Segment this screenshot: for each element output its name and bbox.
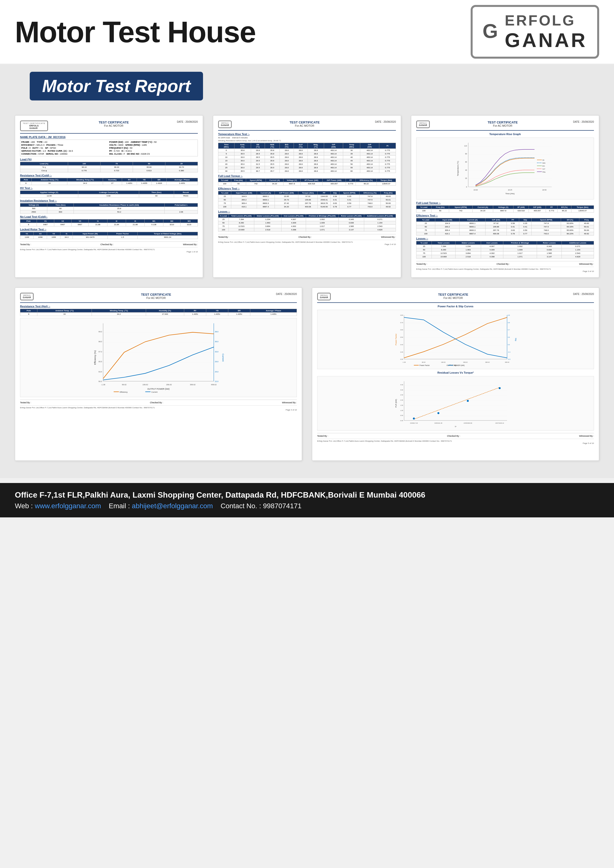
doc3-address: Erfolg Ganar Pvt. Ltd,Office F-7,1st,Pal… (416, 267, 594, 270)
doc1-header: TEST CERTIFICATE ERFOLG GANAR TEST CERTI… (20, 121, 198, 133)
doc1-load-table: Load (%) 100 75 50 25 % η 96.10 96.33 95… (20, 162, 198, 172)
doc5-residual-title: Residual Losses Vs Torque² (317, 371, 594, 374)
svg-text:26471829.16: 26471829.16 (496, 422, 504, 424)
svg-text:16:25: 16:25 (508, 189, 512, 191)
doc2-temprise-table: Time(Min) Amb.(°C) DE(°C) NDE(°C) B/G(°C… (218, 143, 396, 173)
doc3-cert-title: TEST CERTIFICATE (432, 121, 573, 124)
svg-text:-1.38: -1.38 (101, 383, 105, 386)
svg-point-126 (499, 387, 501, 389)
doc3-fullload-title: Full Load Torque :- (416, 202, 594, 205)
doc5-logo: ERFOLG GANAR (317, 293, 331, 301)
doc5-pf-chart: Power Factor Slip 0.30 0.35 0.40 0.50 (317, 310, 594, 369)
svg-text:0.30: 0.30 (400, 358, 403, 360)
svg-text:slip: slip (454, 364, 457, 366)
main-content: TEST CERTIFICATE ERFOLG GANAR TEST CERTI… (0, 108, 614, 478)
logo-erfolg: ERFOLG (505, 12, 587, 29)
svg-text:498.62: 498.62 (211, 383, 217, 386)
svg-text:1549617.03: 1549617.03 (410, 422, 418, 424)
svg-text:14545090.89: 14545090.89 (463, 422, 472, 424)
svg-text:0.35: 0.35 (400, 351, 403, 353)
doc-card-3: ERFOLG GANAR TEST CERTIFICATE For AC MOT… (411, 115, 599, 277)
doc4-footer: Tested By : Checked By : Witnessed By : (20, 400, 297, 404)
doc2-losses-table: % Load Total Losses (Pts,kW) Stator Loss… (218, 214, 396, 232)
doc1-logo: TEST CERTIFICATE ERFOLG GANAR (20, 121, 48, 131)
doc1-logo-erfolg: TEST CERTIFICATE (23, 122, 45, 124)
svg-text:0.8: 0.8 (508, 315, 510, 316)
doc-card-2: ERFOLG GANAR TEST CERTIFICATE For AC MOT… (213, 115, 401, 277)
svg-text:Temperature (°C): Temperature (°C) (457, 161, 459, 176)
doc5-header: ERFOLG GANAR TEST CERTIFICATE For AC MOT… (317, 293, 594, 303)
nameplate-freq: FREQUENCY (Hz) : 50 (109, 147, 197, 149)
doc2-checked-by: Checked By : (298, 236, 312, 238)
bottom-doc-grid: ERFOLG GANAR TEST CERTIFICATE For AC MOT… (15, 288, 599, 461)
doc2-header: ERFOLG GANAR TEST CERTIFICATE For AC MOT… (218, 121, 396, 131)
doc4-address: Erfolg Ganar Pvt. Ltd,Office F-7,1st,Pal… (20, 405, 297, 409)
svg-text:99.0: 99.0 (98, 330, 102, 333)
doc2-efficiency-table: % Load Input Power (kW) Current (A) O/P … (218, 191, 396, 209)
svg-text:80: 80 (465, 153, 467, 155)
doc5-page: Page 5 of 10 (317, 442, 594, 444)
doc4-cert-title: TEST CERTIFICATE (36, 293, 276, 296)
svg-text:196.62: 196.62 (441, 361, 445, 363)
footer-email-link[interactable]: abhijeet@erfolgganar.com (132, 502, 215, 510)
svg-text:16:00: 16:00 (473, 189, 477, 191)
logo-text: ERFOLG GANAR (505, 12, 587, 52)
doc1-nameplate: FRAME : 400 TYPE : AC POWER (kW) : 400 A… (20, 140, 198, 157)
doc1-hv-table: Applied Voltage (V) Leakage Current (A) … (20, 191, 198, 198)
svg-point-124 (437, 412, 440, 414)
doc1-resistance-cold-title: Resistance Test (Cold) :- (20, 174, 198, 177)
doc3-page: Page 3 of 10 (416, 270, 594, 273)
svg-text:0.60: 0.60 (400, 329, 403, 330)
doc2-page: Page 2 of 10 (218, 243, 396, 245)
svg-text:60: 60 (465, 161, 467, 163)
footer-web-url[interactable]: www.erfolgganar.com (35, 502, 103, 510)
doc5-witnessed-by: Witnessed By : (579, 435, 594, 437)
svg-text:Power Factor: Power Factor (420, 364, 430, 366)
svg-text:98.0: 98.0 (98, 341, 102, 343)
doc-card-5: ERFOLG GANAR TEST CERTIFICATE For AC MOT… (312, 288, 599, 461)
doc1-load-title: Load (%) (20, 158, 198, 161)
doc4-resistance-title: Resistance Test (Hot) :- (20, 305, 297, 308)
logo-container: G ERFOLG GANAR (471, 5, 599, 59)
temp-graph-svg: Temperature (°C) 0 20 40 60 80 (419, 140, 591, 197)
svg-text:4.50: 4.50 (400, 384, 403, 386)
doc2-fullload-title: Full Load Torque :- (218, 174, 396, 177)
nameplate-volts: VOLTS : 6600 SPEED (RPM) : 1485 (109, 144, 197, 146)
svg-text:0.7: 0.7 (508, 329, 510, 330)
svg-text:16:50: 16:50 (542, 189, 546, 191)
svg-text:B/G: B/G (542, 165, 545, 167)
logo-ganar: GANAR (505, 29, 587, 52)
doc3-graph-title: Temperature Rise Graph (416, 133, 594, 136)
doc2-address: Erfolg Ganar Pvt. Ltd,Office F-7,1st,Pal… (218, 240, 396, 243)
footer-email-label: Email : (109, 502, 130, 510)
doc-card-1: TEST CERTIFICATE ERFOLG GANAR TEST CERTI… (15, 115, 203, 277)
doc5-pf-title: Power Factor & Slip Curves (317, 305, 594, 308)
svg-text:95.5: 95.5 (98, 361, 102, 363)
doc2-motor-type: For AC MOTOR (234, 124, 375, 127)
logo-row: G ERFOLG GANAR (482, 12, 587, 52)
svg-text:298.62: 298.62 (463, 361, 468, 363)
svg-text:90.0: 90.0 (98, 380, 102, 383)
nameplate-connection: CONNECTION : STAR SERIAL NO : 100064 (21, 153, 109, 155)
doc2-cert-title: TEST CERTIFICATE (234, 121, 375, 124)
doc2-tested-by: Tested By : (218, 236, 229, 238)
svg-text:Efficiency (%): Efficiency (%) (93, 350, 96, 365)
svg-text:-1.38: -1.38 (402, 361, 406, 363)
nameplate-frame: FRAME : 400 TYPE : AC (21, 141, 109, 143)
svg-text:0.8: 0.8 (508, 322, 510, 323)
svg-text:Current: Current (222, 353, 225, 361)
svg-text:33.0: 33.0 (215, 350, 218, 353)
residual-graph-svg: PLR (kW) 0.00 0.50 1.00 1.50 2.00 2.50 (320, 379, 591, 428)
doc3-logo: ERFOLG GANAR (416, 121, 430, 128)
svg-text:198.62: 198.62 (142, 383, 148, 386)
doc3-witnessed-by: Witnessed By : (579, 263, 594, 265)
logo-box: G ERFOLG GANAR (471, 5, 599, 59)
svg-text:Wdg: Wdg (542, 171, 546, 173)
svg-text:3.00: 3.00 (400, 389, 403, 391)
doc2-losses-title: Losses :- (218, 210, 396, 213)
nameplate-nk: INS. CLASS : F DE ENC NO : 6328-C5 (109, 153, 197, 155)
svg-text:T²: T² (455, 426, 457, 428)
header-title-block: Motor Test House (15, 15, 255, 49)
nameplate-power: POWER (kW) : 400 AMBIENT TEMP (°C) : 50 (109, 141, 197, 143)
doc1-date: DATE : 25/08/2020 (177, 121, 198, 123)
